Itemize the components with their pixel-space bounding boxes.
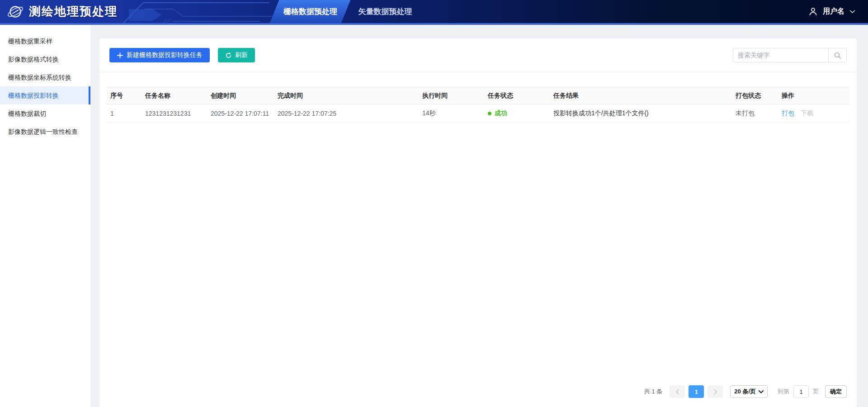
cell-created-time: 2025-12-22 17:07:11 [207,104,274,123]
chevron-left-icon [675,389,679,395]
search-icon [834,52,841,59]
app-header: 测绘地理预处理 栅格数据预处理 矢量数据预处理 用户名 [0,0,868,25]
cell-index: 1 [107,104,142,123]
cell-task-name: 1231231231231 [142,104,207,123]
goto-page-input[interactable] [793,385,809,398]
plus-icon [117,52,123,59]
app-title: 测绘地理预处理 [29,4,118,19]
pagination: 共 1 条 1 20 条/页 [644,385,847,398]
sidebar-item-raster-resample[interactable]: 栅格数据重采样 [0,32,90,50]
col-task-name: 任务名称 [142,87,207,104]
status-badge: 成功 [488,109,507,118]
brand: 测绘地理预处理 [6,0,118,23]
content-area: 新建栅格数据投影转换任务 刷新 [90,25,868,407]
task-table-wrapper: 序号 任务名称 创建时间 完成时间 执行时间 任务状态 任务结果 打包状态 操作 [107,87,849,123]
prev-page-button[interactable] [670,385,685,398]
search-input[interactable] [733,48,828,62]
cell-task-status: 成功 [484,104,550,123]
refresh-button[interactable]: 刷新 [218,48,255,62]
download-link[interactable]: 下载 [801,109,813,117]
chevron-down-icon [759,390,764,393]
refresh-icon [225,52,232,59]
sidebar-item-raster-projection-convert[interactable]: 栅格数据投影转换 [0,86,90,104]
next-page-button[interactable] [708,385,723,398]
goto-suffix-label: 页 [813,388,819,396]
pagination-total: 共 1 条 [644,388,662,396]
new-task-button[interactable]: 新建栅格数据投影转换任务 [109,48,210,62]
sidebar: 栅格数据重采样 影像数据格式转换 栅格数据坐标系统转换 栅格数据投影转换 栅格数… [0,25,90,407]
search-button[interactable] [828,48,846,62]
package-link[interactable]: 打包 [782,109,794,117]
cell-actions: 打包 下载 [778,104,849,123]
user-name: 用户名 [823,7,844,16]
page-number-button[interactable]: 1 [689,385,704,398]
table-row: 1 1231231231231 2025-12-22 17:07:11 2025… [107,104,849,123]
user-menu[interactable]: 用户名 [808,0,855,23]
tab-vector-preprocessing[interactable]: 矢量数据预处理 [349,0,421,23]
nav-tabs: 栅格数据预处理 矢量数据预处理 [0,0,868,23]
user-icon [808,7,818,16]
toolbar-buttons: 新建栅格数据投影转换任务 刷新 [109,48,255,62]
col-package-status: 打包状态 [732,87,778,104]
sidebar-item-raster-clip[interactable]: 栅格数据裁切 [0,104,90,123]
cell-task-result: 投影转换成功1个/共处理1个文件() [550,104,732,123]
goto-prefix-label: 到第 [778,388,789,396]
col-exec-time: 执行时间 [419,87,484,104]
col-index: 序号 [107,87,142,104]
chevron-right-icon [713,389,717,395]
cell-package-status: 未打包 [732,104,778,123]
sidebar-item-logic-consistency-check[interactable]: 影像数据逻辑一致性检查 [0,123,90,141]
task-panel: 新建栅格数据投影转换任务 刷新 [99,38,857,407]
cell-exec-time: 14秒 [419,104,484,123]
tab-raster-preprocessing[interactable]: 栅格数据预处理 [270,0,351,23]
task-table: 序号 任务名称 创建时间 完成时间 执行时间 任务状态 任务结果 打包状态 操作 [107,87,849,123]
col-actions: 操作 [778,87,849,104]
app-logo-icon [6,3,24,21]
toolbar: 新建栅格数据投影转换任务 刷新 [99,38,857,72]
status-dot-icon [488,112,491,115]
col-created-time: 创建时间 [207,87,274,104]
sidebar-item-image-format-convert[interactable]: 影像数据格式转换 [0,50,90,68]
search-box [733,48,847,62]
cell-finished-time: 2025-12-22 17:07:25 [274,104,419,123]
main-layout: 栅格数据重采样 影像数据格式转换 栅格数据坐标系统转换 栅格数据投影转换 栅格数… [0,25,868,407]
col-task-status: 任务状态 [484,87,550,104]
page-size-select[interactable]: 20 条/页 [730,385,768,398]
goto-page-group: 到第 页 [778,385,819,398]
col-task-result: 任务结果 [550,87,732,104]
table-header-row: 序号 任务名称 创建时间 完成时间 执行时间 任务状态 任务结果 打包状态 操作 [107,87,849,104]
goto-confirm-button[interactable]: 确定 [825,385,847,398]
chevron-down-icon [849,10,855,14]
sidebar-item-raster-coordsys-convert[interactable]: 栅格数据坐标系统转换 [0,68,90,86]
col-finished-time: 完成时间 [274,87,419,104]
